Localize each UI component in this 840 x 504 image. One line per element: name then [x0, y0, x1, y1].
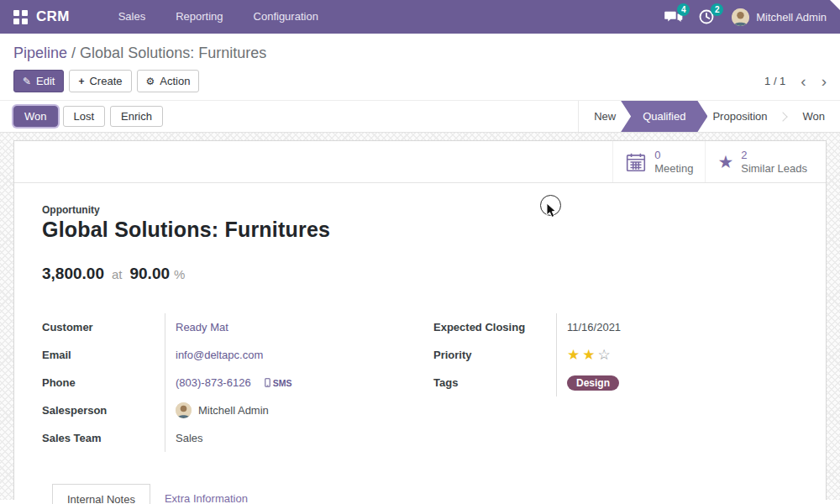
- messages-button[interactable]: 4: [664, 7, 686, 27]
- won-button[interactable]: Won: [13, 106, 58, 127]
- edit-button[interactable]: ✎ Edit: [13, 70, 64, 92]
- user-name: Mitchell Admin: [756, 11, 827, 24]
- field-group-right: Expected Closing 11/16/2021 Priority ★★☆…: [433, 313, 798, 452]
- field-groups: Customer Ready Mat Email info@deltapc.co…: [42, 313, 798, 452]
- tag-design[interactable]: Design: [567, 375, 619, 391]
- pager-next-icon[interactable]: ›: [822, 73, 827, 89]
- stage-proposition[interactable]: Proposition: [697, 101, 782, 132]
- priority-label: Priority: [433, 341, 557, 369]
- priority-stars[interactable]: ★★☆: [567, 348, 613, 362]
- phone-label: Phone: [42, 369, 165, 396]
- percent-sign: %: [174, 267, 185, 281]
- meeting-stat-button[interactable]: 0 Meeting: [612, 141, 705, 182]
- form-sheet: Opportunity Global Solutions: Furnitures…: [14, 183, 826, 504]
- record-type-label: Opportunity: [42, 204, 798, 216]
- breadcrumb-current: Global Solutions: Furnitures: [80, 45, 266, 61]
- breadcrumb-separator: /: [71, 45, 80, 61]
- sales-team-value[interactable]: Sales: [176, 432, 203, 444]
- field-customer: Customer Ready Mat: [42, 313, 407, 341]
- nav-menu-configuration[interactable]: Configuration: [239, 0, 333, 34]
- enrich-button[interactable]: Enrich: [110, 106, 163, 127]
- user-avatar: [732, 8, 749, 26]
- sms-label: SMS: [273, 378, 292, 388]
- email-label: Email: [42, 341, 165, 369]
- create-button-label: Create: [89, 75, 122, 87]
- star-icon: ★: [717, 153, 733, 171]
- activities-count-badge: 2: [711, 3, 723, 16]
- stat-button-strip: 0 Meeting ★ 2 Similar Leads: [14, 141, 826, 183]
- field-sales-team: Sales Team Sales: [42, 424, 407, 452]
- content-area: 0 Meeting ★ 2 Similar Leads Opportunity …: [0, 133, 840, 500]
- gear-icon: ⚙: [146, 76, 155, 87]
- app-brand[interactable]: CRM: [36, 8, 70, 25]
- expected-closing-label: Expected Closing: [433, 313, 557, 341]
- tab-extra-information[interactable]: Extra Information: [150, 484, 262, 504]
- field-group-left: Customer Ready Mat Email info@deltapc.co…: [42, 313, 407, 452]
- pager-prev-icon[interactable]: ‹: [801, 73, 806, 89]
- opportunity-title: Global Solutions: Furnitures: [42, 218, 798, 242]
- plus-icon: +: [78, 76, 84, 87]
- activities-button[interactable]: 2: [698, 7, 720, 27]
- sms-button[interactable]: SMS: [265, 378, 292, 388]
- salesperson-avatar: [176, 402, 192, 418]
- filled-stars-icon: ★★: [567, 347, 597, 363]
- mobile-phone-icon: [265, 378, 270, 387]
- create-button[interactable]: + Create: [69, 70, 131, 92]
- similar-leads-count: 2: [741, 149, 807, 162]
- field-tags: Tags Design: [433, 369, 798, 396]
- action-button-label: Action: [160, 75, 190, 87]
- expected-revenue: 3,800.00: [42, 265, 104, 283]
- salesperson-value[interactable]: Mitchell Admin: [198, 404, 269, 417]
- action-button[interactable]: ⚙ Action: [137, 70, 200, 92]
- probability-value: 90.00: [129, 265, 170, 283]
- phone-value-link[interactable]: (803)-873-6126: [176, 376, 251, 389]
- corner-artifact: [830, 0, 840, 10]
- at-word: at: [112, 267, 123, 281]
- field-priority: Priority ★★☆: [433, 341, 798, 369]
- edit-button-label: Edit: [36, 75, 55, 87]
- expected-closing-value[interactable]: 11/16/2021: [567, 321, 621, 333]
- apps-grid-icon[interactable]: [13, 10, 28, 24]
- notebook-tabs: Internal Notes Extra Information: [42, 484, 798, 504]
- stage-new[interactable]: New: [579, 101, 631, 132]
- stage-pipeline: New Qualified Proposition Won: [578, 101, 840, 132]
- stage-won[interactable]: Won: [788, 101, 840, 132]
- meeting-count: 0: [654, 149, 693, 162]
- breadcrumb-pipeline-link[interactable]: Pipeline: [13, 45, 67, 61]
- field-salesperson: Salesperson Mitchell Admin: [42, 396, 407, 424]
- stage-qualified[interactable]: Qualified: [621, 101, 707, 132]
- top-navbar: CRM Sales Reporting Configuration 4 2: [0, 0, 840, 34]
- nav-menu-reporting[interactable]: Reporting: [160, 0, 238, 34]
- sales-team-label: Sales Team: [42, 424, 165, 452]
- pager-count: 1 / 1: [764, 75, 785, 87]
- field-email: Email info@deltapc.com: [42, 341, 407, 369]
- tags-label: Tags: [433, 369, 557, 396]
- meeting-stat-text: 0 Meeting: [654, 149, 693, 175]
- form-card: 0 Meeting ★ 2 Similar Leads Opportunity …: [13, 140, 827, 500]
- control-bar: ✎ Edit + Create ⚙ Action 1 / 1 ‹ ›: [0, 67, 840, 100]
- calendar-icon: [625, 151, 647, 173]
- breadcrumb: Pipeline / Global Solutions: Furnitures: [0, 34, 840, 67]
- customer-label: Customer: [42, 313, 165, 341]
- messages-count-badge: 4: [677, 3, 690, 16]
- user-menu[interactable]: Mitchell Admin: [732, 8, 830, 26]
- mouse-cursor: [546, 202, 559, 218]
- similar-leads-label: Similar Leads: [741, 162, 807, 176]
- salesperson-label: Salesperson: [42, 396, 165, 424]
- similar-leads-stat-text: 2 Similar Leads: [741, 149, 807, 175]
- meeting-label: Meeting: [654, 162, 693, 176]
- nav-menu-sales[interactable]: Sales: [103, 0, 161, 34]
- navbar-right: 4 2 Mitchell Admin: [664, 7, 830, 27]
- empty-star-icon: ☆: [597, 347, 612, 363]
- field-phone: Phone (803)-873-6126 SMS: [42, 369, 407, 396]
- similar-leads-stat-button[interactable]: ★ 2 Similar Leads: [705, 141, 819, 182]
- status-bar: Won Lost Enrich New Qualified Propositio…: [0, 100, 840, 133]
- customer-value-link[interactable]: Ready Mat: [176, 321, 228, 333]
- lost-button[interactable]: Lost: [63, 106, 106, 127]
- field-expected-closing: Expected Closing 11/16/2021: [433, 313, 798, 341]
- email-value-link[interactable]: info@deltapc.com: [176, 349, 263, 361]
- tab-internal-notes[interactable]: Internal Notes: [52, 484, 150, 504]
- record-pager: 1 / 1 ‹ ›: [764, 73, 827, 89]
- revenue-row: 3,800.00 at 90.00 %: [42, 265, 798, 283]
- pencil-icon: ✎: [23, 76, 31, 87]
